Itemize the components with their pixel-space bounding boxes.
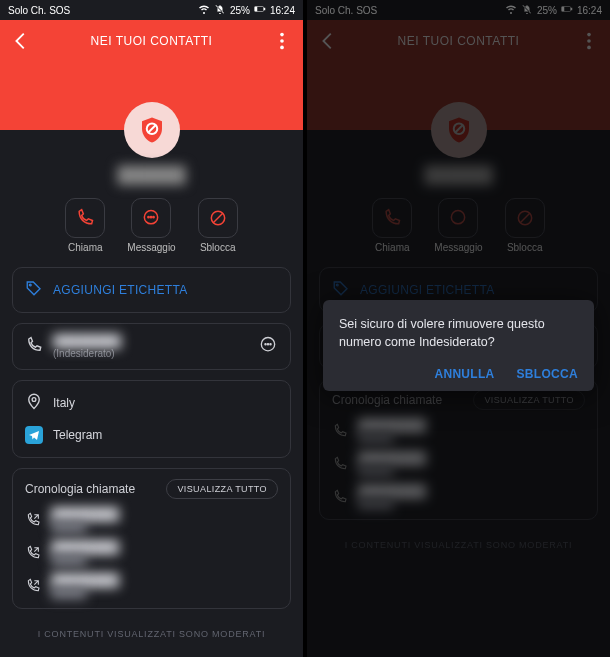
message-button[interactable]: Messaggio xyxy=(127,198,175,253)
phone-tag: (Indesiderato) xyxy=(53,348,121,359)
outgoing-call-icon xyxy=(25,578,41,594)
pin-icon xyxy=(25,392,43,414)
bell-off-icon xyxy=(214,3,226,17)
svg-rect-1 xyxy=(255,7,257,11)
outgoing-call-icon xyxy=(25,512,41,528)
call-label: Chiama xyxy=(68,242,102,253)
overflow-menu-button[interactable] xyxy=(271,30,293,52)
phone-icon xyxy=(75,208,95,228)
header: NEI TUOI CONTATTI xyxy=(0,20,303,130)
wifi-icon xyxy=(198,3,210,17)
add-label-card[interactable]: AGGIUNGI ETICHETTA xyxy=(12,267,291,313)
phone-icon xyxy=(25,336,43,358)
telegram-row[interactable]: Telegram xyxy=(25,423,278,447)
footer-text: I CONTENUTI VISUALIZZATI SONO MODERATI xyxy=(12,619,291,645)
carrier-text: Solo Ch. SOS xyxy=(8,5,70,16)
confirm-dialog: Sei sicuro di volere rimuovere questo nu… xyxy=(323,300,594,391)
block-icon xyxy=(208,208,228,228)
clock-text: 16:24 xyxy=(270,5,295,16)
dialog-cancel-button[interactable]: ANNULLA xyxy=(434,367,494,381)
country-row[interactable]: Italy xyxy=(25,391,278,415)
svg-point-4 xyxy=(280,39,284,43)
history-card: Cronologia chiamate VISUALIZZA TUTTO ███… xyxy=(12,468,291,609)
svg-rect-2 xyxy=(264,8,265,10)
battery-icon xyxy=(254,3,266,17)
svg-point-9 xyxy=(148,217,149,218)
svg-point-5 xyxy=(280,46,284,50)
telegram-text: Telegram xyxy=(53,428,102,442)
outgoing-call-icon xyxy=(25,545,41,561)
svg-point-18 xyxy=(270,343,271,344)
phone-number[interactable]: ████████ xyxy=(53,334,121,348)
status-bar: Solo Ch. SOS 25% 16:24 xyxy=(0,0,303,20)
dialog-confirm-button[interactable]: SBLOCCA xyxy=(517,367,578,381)
svg-point-10 xyxy=(151,217,152,218)
tag-icon xyxy=(25,279,43,301)
sms-button[interactable] xyxy=(258,335,278,359)
svg-point-16 xyxy=(265,343,266,344)
unblock-label: Sblocca xyxy=(200,242,236,253)
screenshot-right: Solo Ch. SOS 25% 16:24 NEI TUOI CONTATTI xyxy=(307,0,610,657)
add-label-text: AGGIUNGI ETICHETTA xyxy=(53,283,188,297)
page-title: NEI TUOI CONTATTI xyxy=(32,34,271,48)
history-item[interactable]: █████████████ xyxy=(25,507,278,532)
message-icon xyxy=(141,208,161,228)
history-item[interactable]: █████████████ xyxy=(25,540,278,565)
back-button[interactable] xyxy=(10,30,32,52)
phone-card: ████████ (Indesiderato) xyxy=(12,323,291,370)
avatar xyxy=(124,102,180,158)
battery-text: 25% xyxy=(230,5,250,16)
svg-point-17 xyxy=(267,343,268,344)
action-row: Chiama Messaggio Sblocca xyxy=(12,198,291,253)
info-card: Italy Telegram xyxy=(12,380,291,458)
unblock-button[interactable]: Sblocca xyxy=(198,198,238,253)
svg-line-13 xyxy=(213,213,223,223)
svg-point-14 xyxy=(29,284,31,286)
contact-name: ██████ xyxy=(12,166,291,184)
history-title: Cronologia chiamate xyxy=(25,482,135,496)
svg-point-11 xyxy=(153,217,154,218)
view-all-button[interactable]: VISUALIZZA TUTTO xyxy=(166,479,278,499)
message-label: Messaggio xyxy=(127,242,175,253)
shield-block-icon xyxy=(137,115,167,145)
screenshot-left: Solo Ch. SOS 25% 16:24 NEI TUOI CONTATTI xyxy=(0,0,303,657)
history-item[interactable]: █████████████ xyxy=(25,573,278,598)
svg-point-3 xyxy=(280,33,284,37)
call-button[interactable]: Chiama xyxy=(65,198,105,253)
telegram-icon xyxy=(25,426,43,444)
country-text: Italy xyxy=(53,396,75,410)
svg-point-19 xyxy=(32,398,36,402)
dialog-message: Sei sicuro di volere rimuovere questo nu… xyxy=(339,316,578,351)
